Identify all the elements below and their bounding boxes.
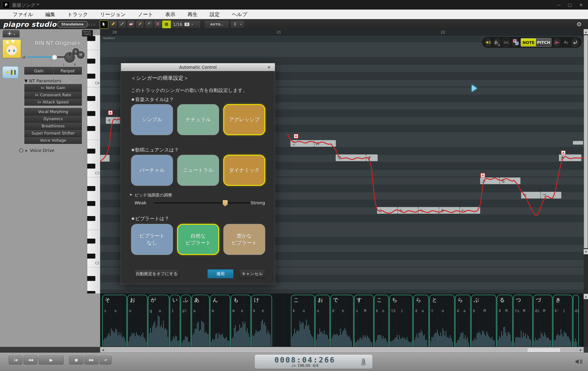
horizontal-scroll-track[interactable]: ◀ ▶	[100, 347, 584, 353]
loop-button[interactable]: ⇄	[100, 356, 111, 364]
parameter-ps-button[interactable]: P S	[512, 38, 519, 47]
add-track-button[interactable]: + ▾	[3, 30, 20, 37]
region-label[interactable]: NewPart	[103, 37, 115, 40]
nt-parameters-header[interactable]: ▼ NT Parameters	[24, 78, 61, 83]
black-key[interactable]	[87, 36, 95, 41]
pitch-strength-handle[interactable]	[223, 200, 228, 206]
note-つ[interactable]: つ	[521, 192, 541, 199]
maximize-button[interactable]: □	[565, 1, 575, 8]
volume-slider-handle[interactable]	[52, 55, 57, 60]
piano-keyboard[interactable]: C4C3C2	[87, 35, 100, 293]
volume-slider-track[interactable]	[27, 57, 66, 58]
black-key[interactable]	[87, 74, 95, 79]
playhead-arrow-icon[interactable]	[472, 85, 477, 92]
option-豊かな-ビブラート[interactable]: 豊かなビブラート	[223, 224, 265, 255]
black-key[interactable]	[87, 216, 95, 221]
cancel-button[interactable]: キャンセル	[239, 269, 265, 278]
track-name[interactable]: RIN NT Original+	[35, 40, 81, 46]
wave-segment-ら[interactable]: ら4a	[455, 295, 471, 346]
fast-forward-button[interactable]: ▶▶	[84, 356, 98, 364]
note-ら[interactable]: ら	[460, 207, 480, 214]
note-す[interactable]: す	[366, 154, 378, 161]
param-super-formant-shifter[interactable]: Super Formant Shifter	[24, 130, 82, 137]
lyric-kana-button[interactable]: あA	[494, 38, 501, 47]
time-display[interactable]: 0008:04:266 ♩= 196.00 4/4	[255, 354, 373, 369]
wave-segment-け[interactable]: けke	[251, 295, 272, 346]
horizontal-scroll-thumb[interactable]	[527, 348, 561, 352]
preview-speaker-button[interactable]	[485, 38, 492, 47]
accent-badge[interactable]: A	[561, 150, 566, 155]
option-アグレッシブ[interactable]: アグレッシブ	[223, 104, 265, 135]
param-note-gain[interactable]: Note Gain	[24, 84, 82, 91]
param-vocal-morphing[interactable]: Vocal Morphing	[24, 108, 82, 115]
note-る[interactable]: る	[500, 177, 521, 184]
menu-ファイル[interactable]: ファイル	[7, 10, 39, 19]
line-tool[interactable]	[118, 20, 126, 29]
black-key[interactable]	[87, 276, 95, 281]
measure-ruler[interactable]: 202122	[100, 29, 584, 35]
wave-segment-も[interactable]: もmo	[231, 295, 251, 346]
pencil-tool[interactable]	[109, 20, 117, 29]
menu-ヘルプ[interactable]: ヘルプ	[226, 10, 253, 19]
minimize-button[interactable]: —	[554, 1, 564, 8]
wave-segment-が[interactable]: がga	[148, 295, 169, 346]
wave-segment-こ[interactable]: こko	[374, 295, 389, 346]
pitch-curve-show-button[interactable]	[553, 38, 560, 47]
note-そ[interactable]: そ	[106, 117, 120, 124]
accent-badge[interactable]: A	[481, 173, 485, 178]
black-key[interactable]	[87, 59, 95, 63]
wave-segment-ち[interactable]: ちtSi	[389, 295, 413, 346]
grid-snap-icon[interactable]	[162, 20, 171, 28]
note-お[interactable]: お	[314, 140, 336, 147]
black-key[interactable]	[87, 186, 95, 191]
option-シンプル[interactable]: シンプル	[131, 104, 173, 135]
note-ぶ[interactable]: ぶ	[480, 177, 500, 184]
scroll-left-button[interactable]: ◀	[100, 347, 106, 353]
wave-segment-そ[interactable]: そso	[102, 295, 127, 346]
wave-scroll-up-button[interactable]: ▲	[584, 294, 588, 299]
auto-scroll-button[interactable]: AUTO..	[205, 20, 229, 29]
voice-drive-power-icon[interactable]	[19, 149, 23, 153]
master-volume-icon[interactable]	[575, 358, 583, 366]
marker-tool[interactable]	[136, 20, 144, 29]
black-key[interactable]	[87, 201, 95, 206]
metronome-icon[interactable]	[360, 358, 367, 366]
return-button[interactable]	[571, 38, 579, 47]
delete-tool[interactable]	[154, 20, 162, 29]
note-fragment[interactable]	[100, 155, 110, 162]
auto-control-button[interactable]: ✦	[2, 66, 19, 79]
wave-segment-お[interactable]: おo	[315, 295, 330, 346]
vertical-scroll-thumb[interactable]	[584, 35, 588, 248]
triplet-badge[interactable]: 3	[185, 23, 189, 26]
pan-knob[interactable]	[64, 52, 75, 63]
collapse-triangle-icon[interactable]: ▼	[24, 78, 28, 83]
option-ニュートラル[interactable]: ニュートラル	[177, 155, 219, 186]
dialog-close-button[interactable]: ✕	[265, 63, 273, 71]
wave-segment-す[interactable]: すsM	[354, 295, 374, 346]
menu-トラック[interactable]: トラック	[61, 10, 94, 19]
black-key[interactable]	[87, 291, 95, 293]
pitch-mode-button[interactable]: PITCH	[536, 39, 551, 46]
wave-segment-づ[interactable]: づdzM	[533, 295, 553, 346]
wave-segment-で[interactable]: でde	[330, 295, 354, 346]
menu-再生[interactable]: 再生	[181, 10, 204, 19]
menu-設定[interactable]: 設定	[204, 10, 226, 19]
wave-segment-お[interactable]: おo	[127, 295, 147, 346]
pitch-strength-slider[interactable]	[154, 202, 250, 204]
wave-segment[interactable]: dz	[573, 295, 579, 346]
track-avatar[interactable]	[2, 39, 21, 58]
waveform-strip[interactable]: そsoおoがgaいiふp\あaんmもmoけkeこkoおoでdeすsMこkoちtS…	[100, 293, 584, 347]
param-consonant-rate[interactable]: Consonant Rate	[24, 91, 82, 99]
grid-snap-group[interactable]: 1/16 3 ▾	[162, 20, 201, 29]
close-button[interactable]: ✕	[576, 1, 586, 8]
wave-segment-ん[interactable]: んm	[210, 295, 230, 346]
scroll-down-button[interactable]: ▼	[584, 249, 588, 254]
note-づ[interactable]: づ	[541, 192, 561, 199]
vertical-scrollbar[interactable]: ▲ ▼ ▲	[584, 29, 588, 347]
mute-button[interactable]: M	[77, 51, 84, 59]
param-voice-voltage[interactable]: Voice Voltage	[24, 137, 82, 144]
select-tool[interactable]	[100, 20, 108, 29]
option-ビブラート-なし[interactable]: ビブラートなし	[131, 224, 173, 255]
panpot-tab[interactable]: Panpot	[53, 67, 82, 75]
accent-badge[interactable]: A	[294, 134, 298, 139]
